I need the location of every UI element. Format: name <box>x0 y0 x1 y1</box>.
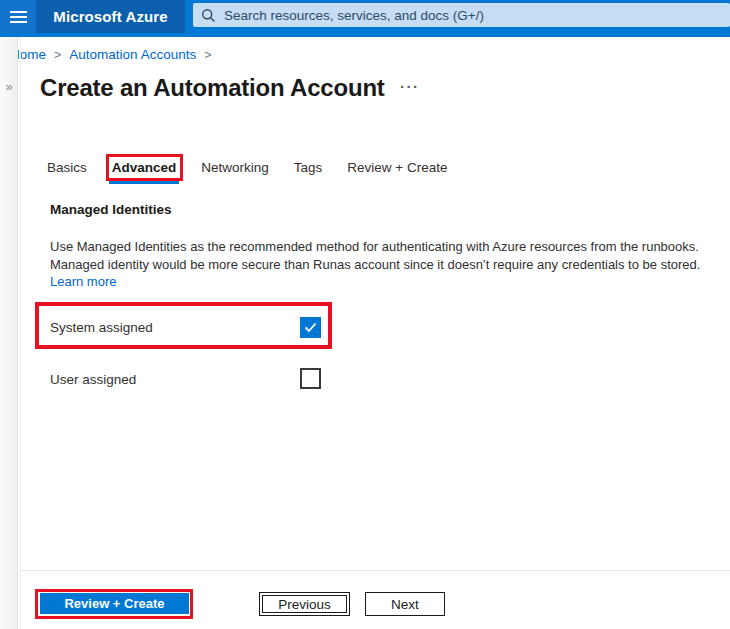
breadcrumb: Home > Automation Accounts > <box>10 47 211 62</box>
managed-identities-description: Use Managed Identities as the recommende… <box>50 238 730 291</box>
learn-more-link[interactable]: Learn more <box>50 274 116 289</box>
panel-left-edge <box>20 37 21 629</box>
page-title: Create an Automation Account <box>40 74 385 102</box>
azure-portal-page: Microsoft Azure Home > Automation Accoun… <box>0 0 730 629</box>
user-assigned-label: User assigned <box>50 372 136 387</box>
collapsed-sidebar-rail: » <box>0 37 18 629</box>
more-options-icon[interactable]: ··· <box>400 78 420 95</box>
tab-basics[interactable]: Basics <box>47 156 87 184</box>
tab-review-create[interactable]: Review + Create <box>347 156 447 184</box>
system-assigned-label: System assigned <box>50 320 153 335</box>
hamburger-menu-button[interactable] <box>0 0 36 33</box>
system-assigned-checkbox[interactable] <box>300 317 321 338</box>
previous-button[interactable]: Previous <box>259 592 350 616</box>
search-input[interactable] <box>224 8 722 23</box>
description-line-2: Managed identity would be more secure th… <box>50 257 700 272</box>
search-icon <box>201 8 216 23</box>
review-create-button[interactable]: Review + Create <box>40 593 189 614</box>
managed-identities-heading: Managed Identities <box>50 202 172 217</box>
global-search-box <box>193 3 730 27</box>
top-bar: Microsoft Azure <box>0 0 730 37</box>
brand-microsoft-azure[interactable]: Microsoft Azure <box>36 0 185 33</box>
hamburger-icon <box>10 11 27 23</box>
breadcrumb-automation-accounts-link[interactable]: Automation Accounts <box>69 47 196 62</box>
user-assigned-checkbox[interactable] <box>300 368 321 389</box>
checkmark-icon <box>304 319 317 337</box>
tab-tags[interactable]: Tags <box>294 156 323 184</box>
description-line-1: Use Managed Identities as the recommende… <box>50 239 699 254</box>
breadcrumb-separator-icon: > <box>54 48 61 62</box>
footer-divider <box>20 570 730 571</box>
tab-advanced[interactable]: Advanced <box>112 156 177 184</box>
expand-sidebar-icon[interactable]: » <box>1 79 17 95</box>
breadcrumb-separator-icon: > <box>204 48 211 62</box>
tab-bar: Basics Advanced Networking Tags Review +… <box>47 156 448 184</box>
next-button[interactable]: Next <box>365 592 445 616</box>
tab-networking[interactable]: Networking <box>201 156 269 184</box>
